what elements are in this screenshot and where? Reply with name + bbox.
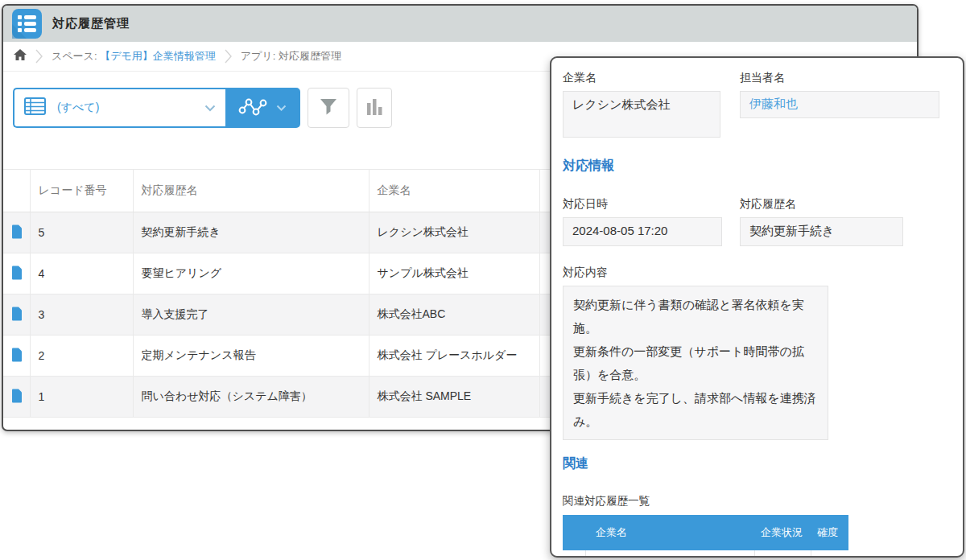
related-cell-status: 対応中 (754, 550, 811, 558)
cell-record-no: 4 (30, 253, 133, 294)
document-icon[interactable] (3, 212, 30, 253)
chevron-down-icon (204, 101, 216, 115)
filter-button[interactable] (308, 88, 349, 128)
node-graph-icon (238, 96, 267, 121)
related-cell-company: レクシン株式会社 (585, 550, 754, 558)
cell-history-name: 定期メンテナンス報告 (133, 336, 369, 377)
document-icon[interactable] (3, 336, 30, 377)
field-content: 対応内容 契約更新に伴う書類の確認と署名依頼を実施。 更新条件の一部変更（サポー… (563, 266, 952, 440)
field-label: 企業名 (563, 71, 740, 85)
header-company: 企業名 (369, 170, 539, 212)
field-label: 対応日時 (563, 197, 740, 212)
related-header-probability: 確度 (811, 515, 848, 550)
field-history-name: 対応履歴名 契約更新手続き (740, 197, 903, 246)
section-heading-related: 関連 (563, 455, 952, 472)
page-title: 対応履歴管理 (52, 16, 130, 31)
view-name: (すべて) (57, 101, 193, 115)
breadcrumb-space: スペース: 【デモ用】企業情報管理 (52, 49, 216, 64)
cell-history-name: 問い合わせ対応（システム障害） (133, 377, 369, 418)
field-person: 担当者名 伊藤和也 (740, 71, 939, 138)
cell-record-no: 2 (30, 336, 133, 377)
related-cell-probability: B (811, 550, 848, 558)
record-detail-panel: 企業名 レクシン株式会社 担当者名 伊藤和也 対応情報 対応日時 2024-08… (550, 56, 964, 558)
field-label: 対応履歴名 (740, 197, 903, 212)
app-icon[interactable] (12, 9, 42, 39)
field-label: 対応内容 (563, 266, 952, 280)
header-icon-col (3, 170, 30, 212)
document-icon[interactable] (3, 294, 30, 336)
related-table-row[interactable]: レクシン株式会社 対応中 B (563, 550, 848, 558)
field-row: 対応日時 2024-08-05 17:20 対応履歴名 契約更新手続き (563, 197, 952, 246)
document-icon[interactable] (3, 253, 30, 294)
cell-company: サンプル株式会社 (369, 253, 539, 294)
home-icon[interactable] (14, 49, 27, 64)
chevron-right-icon (225, 47, 232, 65)
desktop: 対応履歴管理 スペース: 【デモ用】企業情報管理 (0, 0, 966, 560)
company-value-box: レクシン株式会社 (563, 91, 720, 138)
document-icon[interactable] (563, 550, 585, 558)
view-control: (すべて) (13, 88, 300, 128)
funnel-icon (319, 97, 338, 118)
document-icon[interactable] (3, 377, 30, 418)
field-row: 企業名 レクシン株式会社 担当者名 伊藤和也 (563, 71, 952, 138)
person-link[interactable]: 伊藤和也 (749, 97, 798, 110)
app-titlebar: 対応履歴管理 (3, 6, 917, 42)
header-record-no: レコード番号 (30, 170, 133, 212)
related-header-status: 企業状況 (754, 515, 811, 550)
table-grid-icon (24, 97, 46, 118)
graph-view-button[interactable] (225, 88, 300, 128)
section-heading-info: 対応情報 (563, 158, 952, 175)
person-value-box: 伊藤和也 (740, 91, 939, 118)
cell-history-name: 契約更新手続き (133, 212, 369, 253)
cell-company: レクシン株式会社 (369, 212, 539, 253)
cell-company: 株式会社 プレースホルダー (369, 336, 539, 377)
cell-record-no: 3 (30, 294, 133, 336)
cell-company: 株式会社ABC (369, 294, 539, 336)
header-history-name: 対応履歴名 (133, 170, 369, 212)
cell-record-no: 5 (30, 212, 133, 253)
related-list-label: 関連対応履歴一覧 (563, 494, 952, 509)
content-value-box: 契約更新に伴う書類の確認と署名依頼を実施。 更新条件の一部変更（サポート時間帯の… (563, 286, 828, 440)
related-header-row: 企業名 企業状況 確度 (563, 515, 848, 550)
cell-record-no: 1 (30, 377, 133, 418)
related-header-company: 企業名 (585, 515, 754, 550)
view-selector[interactable]: (すべて) (13, 88, 225, 128)
history-value-box: 契約更新手続き (740, 217, 903, 246)
cell-company: 株式会社 SAMPLE (369, 377, 539, 418)
cell-history-name: 導入支援完了 (133, 294, 369, 336)
field-company: 企業名 レクシン株式会社 (563, 71, 740, 138)
related-records-table: 企業名 企業状況 確度 レクシン株式会社 対応中 B (563, 515, 848, 558)
chevron-right-icon (35, 47, 43, 65)
field-label: 担当者名 (740, 71, 939, 85)
breadcrumb-space-link[interactable]: 【デモ用】企業情報管理 (100, 50, 216, 62)
bar-chart-icon (365, 97, 383, 119)
datetime-value-box: 2024-08-05 17:20 (563, 217, 722, 246)
chevron-down-icon (276, 101, 287, 115)
breadcrumb-app-label: アプリ: 対応履歴管理 (241, 49, 341, 64)
chart-button[interactable] (357, 88, 392, 128)
related-header-icon-col (563, 515, 585, 550)
cell-history-name: 要望ヒアリング (133, 253, 369, 294)
breadcrumb-space-prefix: スペース: (52, 50, 97, 62)
field-datetime: 対応日時 2024-08-05 17:20 (563, 197, 740, 246)
